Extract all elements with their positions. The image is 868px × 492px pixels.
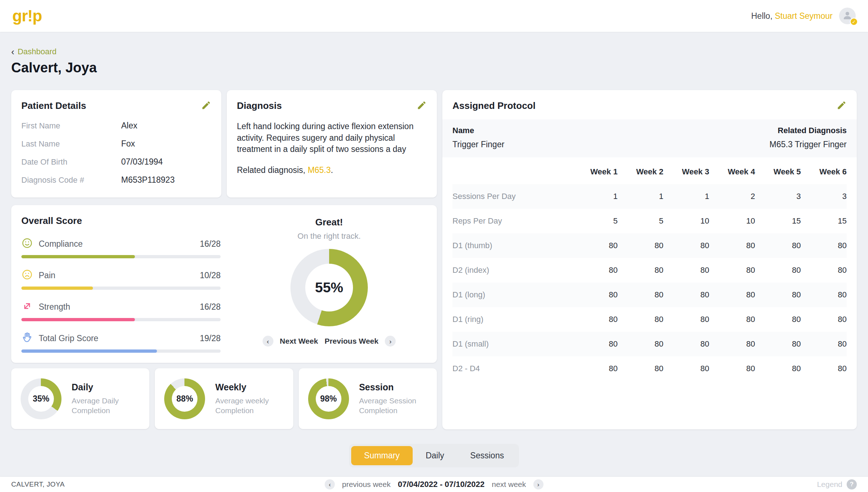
cell: 80 bbox=[801, 233, 847, 258]
next-week-label[interactable]: Next Week bbox=[280, 337, 318, 345]
dashboard-grid: Patient Details First Name Alex bbox=[11, 90, 857, 429]
breadcrumb-dashboard[interactable]: ‹ Dashboard bbox=[11, 47, 56, 56]
field-label: First Name bbox=[21, 121, 121, 131]
session-subtitle: Average Session Completion bbox=[359, 396, 427, 416]
cell: 80 bbox=[801, 332, 847, 356]
cell: 3 bbox=[801, 184, 847, 209]
cell: 5 bbox=[618, 209, 664, 233]
user-area: Hello, Stuart Seymour ✓ bbox=[751, 8, 856, 24]
footer-patient-name: CALVERT, JOYA bbox=[11, 480, 65, 488]
cell: 80 bbox=[709, 283, 755, 307]
protocol-name-value: Trigger Finger bbox=[452, 140, 505, 149]
related-prefix: Related diagnosis, bbox=[237, 165, 308, 175]
next-week-link[interactable]: next week bbox=[492, 480, 526, 489]
diagnosis-card: Diagnosis Left hand locking during activ… bbox=[227, 90, 437, 198]
protocol-name-band: Name Related Diagnosis Trigger Finger M6… bbox=[442, 119, 857, 157]
diagnosis-title: Diagnosis bbox=[237, 100, 282, 111]
protocol-header-row: Week 1 Week 2 Week 3 Week 4 Week 5 Week … bbox=[452, 160, 847, 184]
cell: 3 bbox=[755, 184, 801, 209]
diagnosis-code-link[interactable]: M65.3 bbox=[308, 165, 331, 175]
app-logo[interactable]: gr!p bbox=[12, 7, 42, 25]
cell: 80 bbox=[801, 356, 847, 381]
daily-title: Daily bbox=[72, 382, 140, 393]
daily-percent: 35% bbox=[33, 394, 49, 404]
session-percent: 98% bbox=[320, 394, 337, 404]
cell: 80 bbox=[801, 258, 847, 283]
table-row: D2 (index) 80 80 80 80 80 80 bbox=[452, 258, 847, 283]
patient-details-title: Patient Details bbox=[21, 100, 86, 111]
app: gr!p Hello, Stuart Seymour ✓ ‹ Dashboard… bbox=[0, 0, 868, 492]
row-label: D1 (thumb) bbox=[452, 233, 572, 258]
strength-arrows-icon bbox=[21, 300, 33, 313]
related-diagnosis-label: Related Diagnosis bbox=[778, 126, 847, 135]
week-header: Week 1 bbox=[572, 160, 618, 184]
diagnosis-description: Left hand locking during active flexion … bbox=[237, 121, 427, 155]
page-title: Calvert, Joya bbox=[11, 60, 857, 76]
related-diagnosis-line: Related diagnosis, M65.3. bbox=[237, 165, 427, 176]
chevron-right-icon: › bbox=[537, 482, 539, 488]
score-summary: Great! On the right track. 55% ‹ Next We… bbox=[231, 215, 427, 353]
weekly-percent: 88% bbox=[176, 394, 193, 404]
footer-previous-week-button[interactable]: ‹ bbox=[325, 479, 335, 489]
cell: 5 bbox=[572, 209, 618, 233]
cell: 80 bbox=[709, 233, 755, 258]
tab-summary[interactable]: Summary bbox=[351, 446, 413, 465]
tab-sessions[interactable]: Sessions bbox=[457, 446, 517, 465]
top-cards-row: Patient Details First Name Alex bbox=[11, 90, 437, 198]
table-row: D1 (small) 80 80 80 80 80 80 bbox=[452, 332, 847, 356]
cell: 10 bbox=[709, 209, 755, 233]
pencil-icon bbox=[837, 106, 847, 111]
cell: 80 bbox=[572, 258, 618, 283]
previous-week-link[interactable]: previous week bbox=[342, 480, 391, 489]
cell: 80 bbox=[663, 258, 709, 283]
cell: 1 bbox=[663, 184, 709, 209]
left-column: Patient Details First Name Alex bbox=[11, 90, 437, 429]
empty-header-cell bbox=[452, 160, 572, 184]
cell: 80 bbox=[663, 307, 709, 332]
edit-diagnosis-button[interactable] bbox=[417, 100, 427, 110]
previous-week-button[interactable]: › bbox=[385, 336, 396, 347]
metric-label: Total Grip Score bbox=[39, 334, 194, 343]
table-row: Sessions Per Day 1 1 1 2 3 3 bbox=[452, 184, 847, 209]
session-donut: 98% bbox=[308, 378, 349, 419]
pencil-icon bbox=[201, 106, 211, 111]
protocol-name-label: Name bbox=[452, 126, 474, 135]
footer-week-nav: ‹ previous week 07/04/2022 - 07/10/2022 … bbox=[325, 479, 544, 489]
row-label: D1 (small) bbox=[452, 332, 572, 356]
cell: 80 bbox=[709, 332, 755, 356]
strength-progress-fill bbox=[21, 318, 135, 321]
cell: 80 bbox=[618, 332, 664, 356]
cell: 10 bbox=[663, 209, 709, 233]
field-label: Last Name bbox=[21, 139, 121, 149]
next-week-button[interactable]: ‹ bbox=[263, 336, 273, 347]
edit-patient-button[interactable] bbox=[201, 100, 211, 110]
cell: 80 bbox=[618, 258, 664, 283]
breadcrumb-label: Dashboard bbox=[18, 47, 57, 56]
cell: 80 bbox=[755, 332, 801, 356]
session-completion-card: 98% Session Average Session Completion bbox=[299, 368, 437, 429]
date-range: 07/04/2022 - 07/10/2022 bbox=[398, 480, 485, 489]
row-label: Reps Per Day bbox=[452, 209, 572, 233]
legend-control[interactable]: Legend ? bbox=[817, 479, 857, 489]
avatar[interactable]: ✓ bbox=[839, 8, 856, 24]
cell: 1 bbox=[572, 184, 618, 209]
edit-protocol-button[interactable] bbox=[837, 100, 847, 110]
previous-week-label[interactable]: Previous Week bbox=[324, 337, 378, 345]
daily-subtitle: Average Daily Completion bbox=[72, 396, 140, 416]
user-name-link[interactable]: Stuart Seymour bbox=[775, 11, 833, 21]
session-title: Session bbox=[359, 382, 427, 393]
cell: 80 bbox=[709, 258, 755, 283]
score-headline: Great! bbox=[315, 217, 343, 228]
strength-progress-track bbox=[21, 318, 221, 321]
field-date-of-birth: Date Of Birth 07/03/1994 bbox=[21, 157, 211, 167]
footer-next-week-button[interactable]: › bbox=[533, 479, 543, 489]
patient-details-card: Patient Details First Name Alex bbox=[11, 90, 221, 198]
tab-daily[interactable]: Daily bbox=[413, 446, 457, 465]
cell: 80 bbox=[709, 356, 755, 381]
cell: 15 bbox=[801, 209, 847, 233]
cell: 80 bbox=[618, 233, 664, 258]
completion-cards-row: 35% Daily Average Daily Completion 88% W… bbox=[11, 368, 437, 429]
cell: 80 bbox=[755, 258, 801, 283]
glove-icon bbox=[21, 332, 33, 345]
table-row: D1 (ring) 80 80 80 80 80 80 bbox=[452, 307, 847, 332]
